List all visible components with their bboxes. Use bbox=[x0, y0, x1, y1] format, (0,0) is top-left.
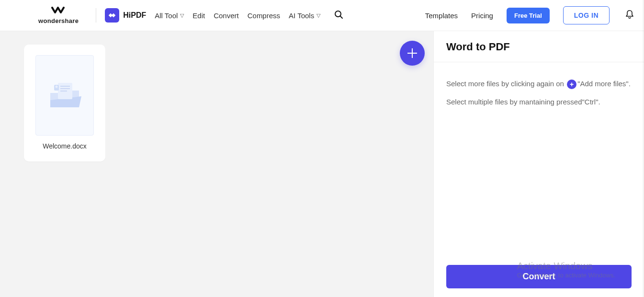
file-name: Welcome.docx bbox=[43, 142, 87, 150]
divider bbox=[96, 8, 96, 23]
svg-rect-5 bbox=[60, 86, 70, 87]
file-card[interactable]: Welcome.docx bbox=[24, 45, 105, 161]
svg-rect-6 bbox=[60, 88, 70, 89]
side-title: Word to PDF bbox=[446, 41, 632, 53]
folder-doc-icon bbox=[45, 76, 84, 114]
nav-compress[interactable]: Compress bbox=[248, 11, 280, 20]
chevron-down-icon: ▽ bbox=[316, 12, 320, 19]
free-trial-button[interactable]: Free Trial bbox=[507, 8, 550, 23]
scrollbar[interactable] bbox=[642, 0, 644, 297]
body: Welcome.docx Word to PDF Select more fil… bbox=[0, 31, 644, 297]
hipdf-text: HiPDF bbox=[123, 11, 146, 20]
tip-suffix: "Add more files". bbox=[577, 80, 631, 88]
tip-line-2: Select multiple files by mantaining pres… bbox=[446, 96, 632, 108]
main-nav: All Tool ▽ Edit Convert Compress AI Tool… bbox=[155, 11, 320, 20]
svg-rect-1 bbox=[112, 13, 115, 17]
header: wondershare HiPDF All Tool ▽ Edit Conver… bbox=[0, 0, 644, 31]
plus-icon bbox=[407, 48, 417, 58]
add-more-files-button[interactable] bbox=[400, 41, 425, 66]
wondershare-icon bbox=[51, 7, 66, 16]
bell-icon bbox=[625, 10, 634, 21]
nav-all-tool[interactable]: All Tool ▽ bbox=[155, 11, 184, 20]
wondershare-text: wondershare bbox=[38, 17, 79, 24]
svg-point-2 bbox=[335, 11, 341, 17]
svg-point-9 bbox=[56, 86, 58, 88]
search-button[interactable] bbox=[334, 10, 343, 21]
plus-icon bbox=[567, 80, 576, 89]
wondershare-logo[interactable]: wondershare bbox=[38, 7, 79, 24]
file-thumbnail bbox=[35, 55, 94, 136]
nav-label: AI Tools bbox=[289, 11, 314, 20]
side-body: Select more files by clicking again on "… bbox=[434, 62, 644, 297]
notifications-button[interactable] bbox=[625, 10, 634, 21]
tip-line-1: Select more files by clicking again on "… bbox=[446, 78, 632, 90]
file-area: Welcome.docx bbox=[0, 31, 433, 297]
nav-templates[interactable]: Templates bbox=[425, 11, 458, 20]
tip-prefix: Select more files by clicking again on bbox=[446, 80, 566, 88]
search-icon bbox=[334, 10, 343, 21]
side-panel: Word to PDF Select more files by clickin… bbox=[433, 31, 644, 297]
right-nav: Templates Pricing Free Trial LOG IN bbox=[425, 6, 634, 24]
nav-convert[interactable]: Convert bbox=[214, 11, 239, 20]
convert-button[interactable]: Convert bbox=[446, 265, 632, 288]
nav-label: All Tool bbox=[155, 11, 178, 20]
nav-ai-tools[interactable]: AI Tools ▽ bbox=[289, 11, 320, 20]
login-button[interactable]: LOG IN bbox=[563, 6, 610, 24]
svg-rect-7 bbox=[60, 91, 67, 91]
svg-line-3 bbox=[340, 16, 342, 18]
side-header: Word to PDF bbox=[434, 31, 644, 62]
chevron-down-icon: ▽ bbox=[180, 12, 184, 19]
hipdf-logo[interactable]: HiPDF bbox=[105, 8, 146, 23]
hipdf-icon bbox=[105, 8, 119, 23]
nav-pricing[interactable]: Pricing bbox=[471, 11, 493, 20]
nav-edit[interactable]: Edit bbox=[192, 11, 205, 20]
